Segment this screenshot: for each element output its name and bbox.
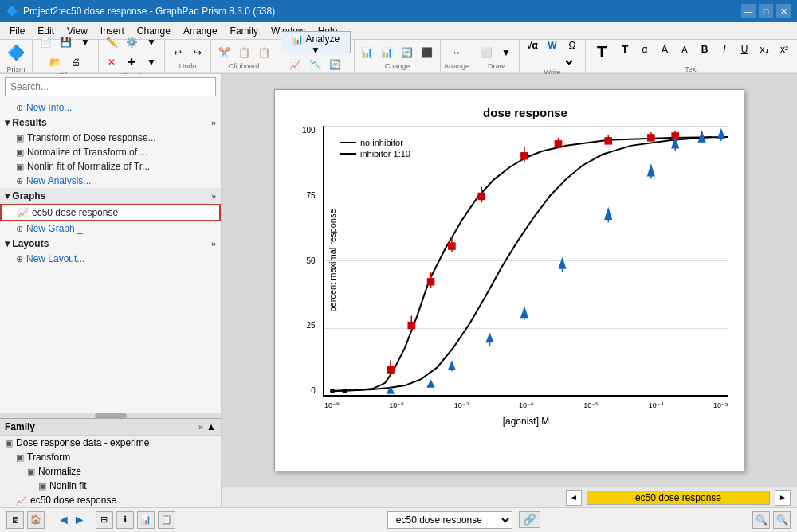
font-selector[interactable] [528,56,576,68]
sheet-dropdown-button[interactable]: ▼ [142,33,161,52]
sheet-dropdown2-button[interactable]: ▼ [142,53,161,72]
table-icon5: ▣ [16,452,24,463]
family-item-1[interactable]: ▣ Transform [0,450,221,464]
change-btn2[interactable]: 📊 [378,43,397,62]
write-btn3[interactable]: Ω [563,36,582,55]
section-graphs[interactable]: ▾ Graphs » [0,188,221,204]
arrange-btn[interactable]: ↔ [447,43,466,62]
sheet-prev-button[interactable]: ◄ [566,490,582,506]
menu-arrange[interactable]: Arrange [177,24,224,38]
write-btn1[interactable]: √α [523,36,542,55]
legend-line-2 [340,153,356,155]
family-header[interactable]: Family » ▲ [0,419,221,436]
nav-new-graph[interactable]: ⊕ New Graph _ [0,221,221,236]
write-btn2[interactable]: W [543,36,562,55]
search-input[interactable] [5,77,216,96]
file-dropdown-button[interactable]: ▼ [76,33,95,52]
open-button[interactable]: 📂 [46,53,65,72]
nav-tree: ⊕ New Info... ▾ Results » ▣ Transform of… [0,100,221,413]
new-sheet-button[interactable]: ✚ [122,53,141,72]
status-icon-3[interactable]: ⊞ [96,511,113,529]
link-icon-button[interactable]: 🔗 [519,511,540,528]
text-T-small[interactable]: T [615,40,634,59]
status-bar: 🖹 🏠 ◄ ► ⊞ ℹ 📊 📋 ec50 dose response 🔗 🔍 🔍 [0,507,797,531]
menu-file[interactable]: File [3,24,31,38]
text-italic[interactable]: I [715,40,734,59]
family-panel: Family » ▲ ▣ Dose response data - experi… [0,418,221,507]
prism-home-button[interactable]: 🔷 [3,40,29,65]
nav-normalize-transform[interactable]: ▣ Normalize of Transform of ... [0,145,221,159]
svg-marker-35 [648,166,654,176]
status-icon-4[interactable]: ℹ [116,511,134,529]
prev-sheet-button[interactable]: ◄ [57,513,70,527]
text-T-big[interactable]: T [589,40,614,65]
family-item-0[interactable]: ▣ Dose response data - experime [0,436,221,450]
svg-rect-1 [387,366,394,373]
family-item-3[interactable]: ▣ Nonlin fit [0,479,221,493]
zoom-out-button[interactable]: 🔍 [752,511,770,529]
nav-new-layout[interactable]: ⊕ New Layout... [0,252,221,266]
text-A-big[interactable]: A [655,40,674,59]
nav-transform-dose[interactable]: ▣ Transform of Dose response... [0,131,221,145]
text-subscript[interactable]: x₁ [755,40,774,59]
toolbar-group-clipboard: ✂️ 📋 📋 Clipboard [211,40,277,72]
graph-icon: 📈 [18,208,29,218]
save-button[interactable]: 💾 [56,33,75,52]
sheet-selector[interactable]: ec50 dose response [387,511,512,529]
status-icon-6[interactable]: 📋 [158,511,175,529]
status-icon-1[interactable]: 🖹 [6,511,24,529]
text-alpha[interactable]: α [635,40,654,59]
nav-new-info[interactable]: ⊕ New Info... [0,100,221,115]
legend-label-2: inhibitor 1:10 [360,149,410,158]
next-sheet-button[interactable]: ► [73,513,86,527]
zoom-in-button[interactable]: 🔍 [773,511,791,529]
redo-button[interactable]: ↪ [188,43,207,62]
family-item-2[interactable]: ▣ Normalize [0,464,221,479]
legend: no inhibitor inhibitor 1:10 [340,138,410,160]
analysis-btn2[interactable]: 📉 [306,55,325,74]
nav-new-analysis[interactable]: ⊕ New Analysis... [0,174,221,188]
graph-inner[interactable]: percent maximal response [agonist],M 0 2… [323,126,728,397]
nav-nonlin-fit[interactable]: ▣ Nonlin fit of Normalize of Tr... [0,159,221,174]
plus-icon3: ⊕ [16,224,23,234]
x-tick-5: 10⁻⁵ [583,401,599,409]
text-superscript[interactable]: x² [775,40,794,59]
change-btn4[interactable]: ⬛ [418,43,437,62]
analyze-button[interactable]: 📊 Analyze ▼ [281,31,351,53]
y-tick-50: 50 [307,256,316,265]
change-btn3[interactable]: 🔄 [398,43,417,62]
draw-dropdown[interactable]: ▼ [497,43,516,62]
nav-ec50-graph[interactable]: 📈 ec50 dose response [0,204,221,221]
menu-family[interactable]: Family [224,24,265,38]
section-results[interactable]: ▾ Results » [0,115,221,131]
family-item-4[interactable]: 📈 ec50 dose response [0,493,221,507]
close-button[interactable]: ✕ [776,4,791,18]
text-A-small[interactable]: A [675,40,694,59]
delete-sheet-button[interactable]: ✕ [102,53,121,72]
status-icon-2[interactable]: 🏠 [27,511,45,529]
maximize-button[interactable]: □ [759,4,773,18]
status-icon-5[interactable]: 📊 [137,511,155,529]
analysis-btn3[interactable]: 🔄 [326,55,345,74]
new-file-button[interactable]: 📄 [36,33,55,52]
print-button[interactable]: 🖨 [66,53,85,72]
minimize-button[interactable]: — [741,4,756,18]
section-layouts[interactable]: ▾ Layouts » [0,236,221,252]
copy-button[interactable]: 📋 [234,43,253,62]
undo-button[interactable]: ↩ [168,43,187,62]
family-collapse-btn[interactable]: ▲ [206,421,216,432]
legend-label-1: no inhibitor [360,138,403,147]
sheet-next-button[interactable]: ► [775,490,791,506]
x-tick-6: 10⁻⁴ [649,401,664,409]
svg-rect-7 [449,243,455,249]
edit-sheet-button[interactable]: ✏️ [102,33,121,52]
sheet-settings-button[interactable]: ⚙️ [122,33,141,52]
analysis-btn1[interactable]: 📈 [286,55,305,74]
toolbar-group-file: 📄 💾 ▼ 📂 🖨 File [33,40,99,72]
text-bold[interactable]: B [695,40,714,59]
draw-btn1[interactable]: ⬜ [477,43,496,62]
text-underline[interactable]: U [735,40,754,59]
paste-button[interactable]: 📋 [254,43,273,62]
change-btn1[interactable]: 📊 [358,43,377,62]
cut-button[interactable]: ✂️ [214,43,234,62]
